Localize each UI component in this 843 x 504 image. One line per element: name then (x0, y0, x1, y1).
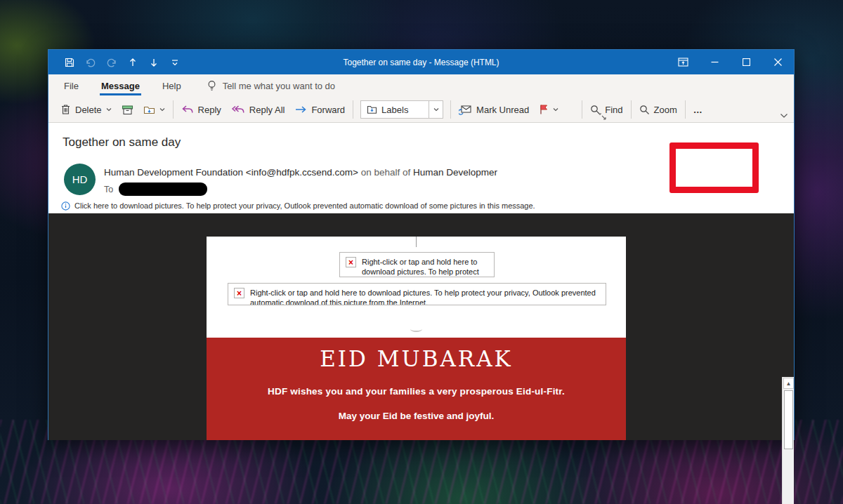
blocked-image-icon: × (346, 257, 356, 267)
info-icon (61, 201, 70, 211)
vertical-scrollbar[interactable]: ▲ ▼ (782, 377, 794, 504)
previous-item-icon[interactable] (126, 55, 140, 69)
download-pictures-infobar[interactable]: Click here to download pictures. To help… (48, 199, 794, 213)
minimize-button[interactable] (699, 50, 731, 74)
redo-icon (105, 55, 119, 69)
mark-unread-label: Mark Unread (476, 105, 529, 115)
save-icon[interactable] (63, 55, 77, 69)
mark-unread-button[interactable]: Mark Unread (454, 99, 534, 120)
blocked-small-line1: Right-click or tap and hold here to (362, 258, 477, 266)
to-line: To (104, 183, 207, 196)
maximize-button[interactable] (731, 50, 762, 74)
message-subject: Together on same day (63, 135, 181, 150)
delete-label: Delete (75, 105, 102, 115)
labels-dropdown-arrow[interactable] (429, 101, 443, 118)
desktop: Together on same day - Message (HTML) F (0, 0, 843, 504)
labels-combobox[interactable]: Labels (360, 100, 443, 119)
ribbon-separator (582, 100, 582, 119)
forward-button[interactable]: Forward (289, 99, 350, 120)
collapse-ribbon-icon[interactable] (780, 113, 788, 119)
recipient-redacted (119, 183, 207, 196)
close-button[interactable] (762, 50, 794, 74)
ribbon-separator (353, 100, 353, 119)
scrollbar-thumb[interactable] (784, 390, 793, 449)
reply-all-icon (231, 105, 245, 115)
text-cursor (416, 237, 417, 247)
ribbon-display-options-button[interactable] (667, 50, 699, 74)
forward-icon (294, 105, 307, 114)
quick-access-toolbar (48, 55, 182, 69)
reply-all-label: Reply All (249, 105, 285, 115)
sender-avatar[interactable]: HD (64, 164, 96, 195)
move-to-folder-button[interactable] (138, 99, 170, 120)
more-commands-button[interactable]: … (688, 99, 709, 120)
infobar-text: Click here to download pictures. To help… (74, 201, 535, 210)
find-button[interactable]: Find (585, 99, 627, 120)
scroll-up-button[interactable]: ▲ (783, 378, 794, 389)
labels-main[interactable]: Labels (361, 105, 429, 115)
reply-icon (181, 105, 194, 115)
delete-button[interactable]: Delete (55, 99, 117, 120)
zoom-button[interactable]: Zoom (634, 99, 682, 120)
tell-me-label: Tell me what you want to do (223, 81, 335, 91)
blocked-image-placeholder-small[interactable]: × Right-click or tap and hold here to do… (339, 252, 495, 277)
red-annotation-rectangle (669, 142, 759, 193)
archive-button[interactable] (117, 99, 138, 120)
blocked-small-line2: download pictures. To help protect yo (362, 267, 479, 277)
next-item-icon[interactable] (147, 55, 161, 69)
to-label: To (104, 185, 113, 194)
message-header: Together on same day HD Human Developmen… (48, 123, 794, 199)
tab-help[interactable]: Help (155, 74, 188, 97)
reading-pane: × Right-click or tap and hold here to do… (48, 213, 794, 440)
banner-line2: May your Eid be festive and joyful. (207, 411, 626, 421)
flag-icon (539, 104, 549, 115)
on-behalf-label: on behalf of (361, 167, 413, 178)
outlook-message-window: Together on same day - Message (HTML) F (48, 49, 795, 440)
banner-line1: HDF wishes you and your families a very … (207, 386, 626, 397)
tell-me-box[interactable]: Tell me what you want to do (207, 80, 335, 92)
follow-up-flag-button[interactable] (534, 99, 563, 120)
trash-icon (60, 104, 71, 115)
zoom-label: Zoom (654, 105, 677, 115)
sender-display-name[interactable]: Human Developmer (413, 167, 497, 178)
lightbulb-icon (207, 80, 217, 92)
menu-bar: File Message Help Tell me what you want … (48, 74, 794, 97)
labels-icon (367, 105, 377, 114)
title-bar: Together on same day - Message (HTML) (48, 50, 794, 74)
find-label: Find (605, 105, 622, 115)
ribbon-separator (631, 100, 632, 119)
tab-file[interactable]: File (57, 74, 86, 97)
blocked-wide-line2: automatic download of this picture from … (250, 298, 428, 305)
reply-all-button[interactable]: Reply All (226, 99, 290, 120)
sender-line: Human Development Foundation <info@hdfpk… (104, 167, 497, 178)
email-page: × Right-click or tap and hold here to do… (207, 237, 626, 440)
envelope-icon (459, 104, 472, 115)
blocked-image-placeholder-wide[interactable]: × Right-click or tap and hold here to do… (228, 283, 606, 305)
labels-label: Labels (381, 105, 408, 115)
banner-title: EID MUBARAK (207, 346, 626, 371)
blocked-image-icon: × (234, 288, 244, 298)
divider-dash (410, 326, 422, 332)
eid-banner: EID MUBARAK HDF wishes you and your fami… (207, 338, 626, 440)
magnifier-icon (639, 105, 650, 115)
sender-address[interactable]: Human Development Foundation <info@hdfpk… (104, 167, 358, 178)
ribbon-separator (450, 100, 451, 119)
reply-button[interactable]: Reply (176, 99, 226, 120)
undo-icon (84, 55, 98, 69)
tab-message[interactable]: Message (94, 74, 147, 97)
blocked-wide-line1: Right-click or tap and hold here to down… (250, 289, 596, 297)
forward-label: Forward (311, 105, 345, 115)
reply-label: Reply (198, 105, 221, 115)
ribbon: Delete Reply Reply All (48, 97, 794, 123)
customize-qat-icon[interactable] (168, 55, 182, 69)
ribbon-separator (685, 100, 686, 119)
ribbon-separator (173, 100, 174, 119)
dialog-launcher-icon[interactable] (599, 113, 606, 120)
